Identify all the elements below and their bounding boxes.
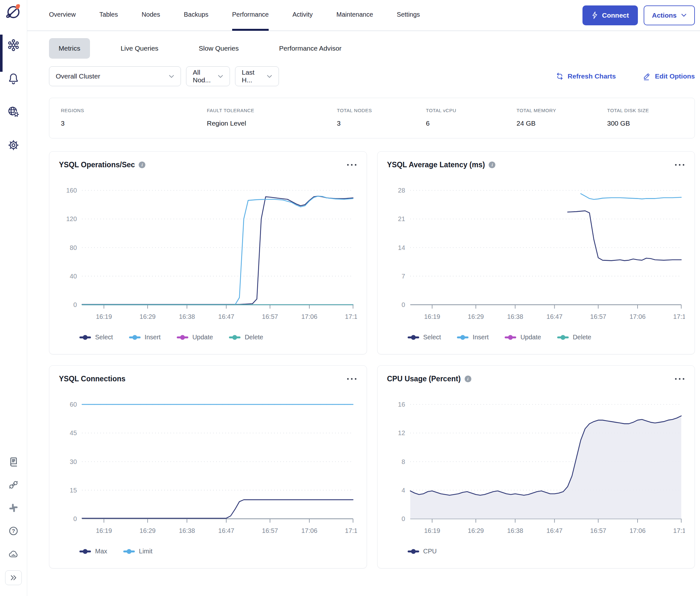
stat-label: FAULT TOLERANCE <box>207 108 337 113</box>
nodes-select[interactable]: All Nod... <box>186 66 230 86</box>
legend-item-max[interactable]: Max <box>79 548 107 555</box>
subtab-live-queries[interactable]: Live Queries <box>111 38 168 59</box>
chart-card-ysql-latency: YSQL Average Latency (ms) i 0714212816:1… <box>377 151 695 354</box>
tab-performance[interactable]: Performance <box>232 0 269 31</box>
svg-text:17:06: 17:06 <box>301 313 317 320</box>
svg-text:28: 28 <box>398 187 405 194</box>
performance-subtabs: Metrics Live Queries Slow Queries Perfor… <box>49 38 695 59</box>
subtab-metrics[interactable]: Metrics <box>49 38 90 59</box>
svg-text:17:16: 17:16 <box>673 313 685 320</box>
edit-options-button[interactable]: Edit Options <box>643 72 695 80</box>
tab-activity[interactable]: Activity <box>292 0 313 31</box>
chart-title: CPU Usage (Percent) <box>387 375 461 383</box>
integrations-plug-icon[interactable] <box>7 478 20 492</box>
chart-legend: SelectInsertUpdateDelete <box>408 333 685 341</box>
expand-sidebar-button[interactable] <box>5 570 22 585</box>
charts-grid: YSQL Operations/Sec i 0408012016016:1916… <box>49 151 695 575</box>
stat-fault-tolerance: FAULT TOLERANCE Region Level <box>207 108 337 127</box>
tab-backups[interactable]: Backups <box>184 0 208 31</box>
legend-marker <box>177 337 188 338</box>
lightning-icon <box>592 11 598 19</box>
refresh-charts-button[interactable]: Refresh Charts <box>555 72 616 80</box>
legend-marker <box>557 337 569 338</box>
svg-text:17:06: 17:06 <box>301 527 317 534</box>
svg-text:0: 0 <box>401 301 405 308</box>
info-icon[interactable]: i <box>465 376 471 382</box>
refresh-icon <box>555 72 564 80</box>
docs-book-icon[interactable] <box>7 455 20 469</box>
actions-button[interactable]: Actions <box>644 5 695 25</box>
chart-card-ysql-operations: YSQL Operations/Sec i 0408012016016:1916… <box>49 151 367 354</box>
svg-text:16:57: 16:57 <box>590 313 606 320</box>
cpu-usage-chart: 048121616:1916:2916:3816:4716:5717:0617:… <box>387 392 685 543</box>
chevron-down-icon <box>169 75 174 78</box>
cluster-scope-select[interactable]: Overall Cluster <box>49 66 181 86</box>
legend-item-delete[interactable]: Delete <box>229 333 263 341</box>
legend-item-delete[interactable]: Delete <box>557 333 592 341</box>
slack-icon[interactable] <box>7 501 20 515</box>
legend-marker <box>408 550 419 552</box>
app-root: ? Overview Tables Nodes Bac <box>0 0 700 596</box>
svg-text:120: 120 <box>66 215 77 222</box>
chart-menu-button[interactable] <box>674 162 685 168</box>
connect-button[interactable]: Connect <box>582 5 638 25</box>
stat-total-vcpu: TOTAL vCPU 6 <box>426 108 517 127</box>
chart-menu-button[interactable] <box>346 162 357 168</box>
chevron-down-icon <box>218 75 223 78</box>
stat-value: 24 GB <box>517 120 607 127</box>
legend-item-select[interactable]: Select <box>408 333 441 341</box>
chevron-down-icon <box>681 14 686 17</box>
svg-text:16:29: 16:29 <box>139 527 156 534</box>
svg-text:?: ? <box>12 528 15 534</box>
svg-text:160: 160 <box>66 187 77 194</box>
tab-maintenance[interactable]: Maintenance <box>337 0 373 31</box>
tab-nodes[interactable]: Nodes <box>141 0 160 31</box>
legend-marker <box>505 337 516 338</box>
legend-marker <box>123 550 135 552</box>
stat-label: TOTAL vCPU <box>426 108 517 113</box>
legend-item-insert[interactable]: Insert <box>457 333 489 341</box>
settings-gear-icon[interactable] <box>7 139 20 152</box>
svg-text:8: 8 <box>401 458 405 465</box>
alerts-bell-icon[interactable] <box>7 72 20 85</box>
info-icon[interactable]: i <box>139 162 146 168</box>
subtab-slow-queries[interactable]: Slow Queries <box>189 38 249 59</box>
svg-text:16:57: 16:57 <box>262 313 278 320</box>
help-icon[interactable]: ? <box>7 524 20 538</box>
svg-text:40: 40 <box>70 273 77 280</box>
legend-item-insert[interactable]: Insert <box>129 333 161 341</box>
svg-text:0: 0 <box>73 515 77 522</box>
sidebar-primary-nav <box>7 39 20 152</box>
legend-item-update[interactable]: Update <box>177 333 213 341</box>
legend-marker <box>79 337 91 338</box>
chart-legend: CPU <box>408 548 685 555</box>
tab-overview[interactable]: Overview <box>49 0 76 31</box>
yugabyte-logo[interactable] <box>4 3 23 22</box>
chart-menu-button[interactable] <box>346 376 357 382</box>
tab-tables[interactable]: Tables <box>99 0 118 31</box>
tab-settings[interactable]: Settings <box>397 0 420 31</box>
legend-item-limit[interactable]: Limit <box>123 548 152 555</box>
network-globe-gear-icon[interactable] <box>7 105 20 119</box>
top-actions: Connect Actions <box>582 5 695 25</box>
cloud-status-icon[interactable] <box>7 547 20 561</box>
chart-menu-button[interactable] <box>674 376 685 382</box>
legend-item-cpu[interactable]: CPU <box>408 548 437 555</box>
chart-title: YSQL Connections <box>59 375 126 383</box>
pencil-icon <box>643 72 651 80</box>
time-range-select[interactable]: Last H... <box>235 66 279 86</box>
stat-total-nodes: TOTAL NODES 3 <box>337 108 426 127</box>
svg-text:16:19: 16:19 <box>96 527 112 534</box>
cluster-icon[interactable] <box>7 39 20 52</box>
stat-label: TOTAL NODES <box>337 108 426 113</box>
info-icon[interactable]: i <box>489 162 495 168</box>
chart-card-cpu-usage: CPU Usage (Percent) i 048121616:1916:291… <box>377 365 695 568</box>
svg-text:16:47: 16:47 <box>218 527 234 534</box>
subtab-performance-advisor[interactable]: Performance Advisor <box>269 38 351 59</box>
stat-value: 300 GB <box>607 120 695 127</box>
legend-item-update[interactable]: Update <box>505 333 541 341</box>
svg-text:16:38: 16:38 <box>179 313 195 320</box>
legend-item-select[interactable]: Select <box>79 333 113 341</box>
stat-label: REGIONS <box>61 108 207 113</box>
svg-text:80: 80 <box>70 244 77 251</box>
